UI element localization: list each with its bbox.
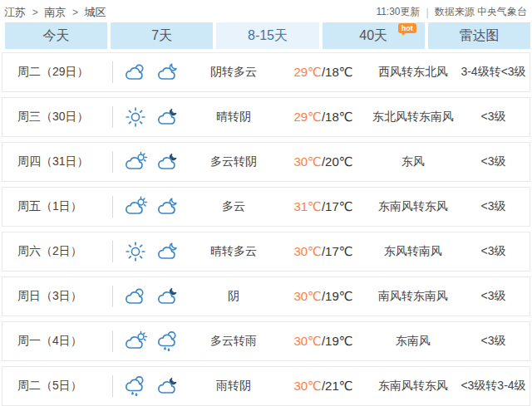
cloud-sun-icon	[123, 330, 148, 352]
temp-high: 31℃	[293, 199, 322, 213]
top-bar: 江苏 > 南京 > 城区 11:30更新 | 数据来源 中央气象台	[0, 0, 532, 22]
forecast-row: 周六（2日） 晴转多云 30℃/17℃ 东风转南风 <3级	[2, 232, 530, 271]
cloud-moon-dark-icon	[155, 375, 180, 397]
weather-icons	[113, 61, 190, 83]
temp-low: 20℃	[325, 154, 353, 169]
tab-40day[interactable]: 40天hot	[323, 22, 425, 49]
day-label: 周一（4日）	[2, 334, 112, 349]
cloud-moon-icon	[155, 241, 180, 262]
temp-high: 30℃	[293, 334, 322, 348]
cloud-rain-icon	[123, 375, 148, 397]
temperature: 30℃/17℃	[278, 244, 369, 259]
weather-icons	[113, 330, 190, 352]
day-label: 周三（30日）	[2, 110, 112, 125]
temp-high: 29℃	[293, 110, 322, 124]
forecast-row: 周三（30日） 晴转阴 29℃/18℃ 东北风转东南风 <3级	[2, 97, 530, 137]
temp-low: 17℃	[325, 199, 353, 213]
wind-level: <3级	[457, 334, 530, 349]
day-label: 周二（29日）	[2, 65, 112, 80]
temp-low: 18℃	[325, 110, 353, 124]
weather-text: 多云转阴	[190, 154, 278, 169]
tab-7day[interactable]: 7天	[111, 22, 213, 49]
wind-level: <3级	[457, 289, 530, 304]
breadcrumb-province[interactable]: 江苏	[4, 6, 26, 18]
wind-level: <3级	[457, 244, 530, 259]
temperature: 30℃/19℃	[278, 289, 369, 304]
day-label: 周六（2日）	[2, 244, 112, 259]
wind-level: <3级	[457, 154, 530, 169]
temp-high: 30℃	[293, 379, 322, 393]
temp-high: 29℃	[293, 65, 322, 79]
breadcrumb-city[interactable]: 南京	[44, 6, 66, 18]
forecast-row: 周二（29日） 阴转多云 29℃/18℃ 西风转东北风 3-4级转<3级	[2, 52, 530, 92]
breadcrumb-separator: >	[72, 7, 78, 18]
data-source-link[interactable]: 数据来源 中央气象台	[435, 5, 527, 19]
update-time: 11:30更新	[376, 5, 420, 19]
breadcrumb-district[interactable]: 城区	[85, 6, 106, 18]
cloud-icon	[123, 61, 148, 83]
tab-today[interactable]: 今天	[5, 22, 107, 49]
temp-low: 21℃	[325, 379, 353, 393]
weather-text: 晴转多云	[190, 244, 278, 259]
update-meta: 11:30更新 | 数据来源 中央气象台	[376, 5, 527, 19]
temperature: 30℃/19℃	[278, 334, 369, 349]
wind-level: <3级转3-4级	[457, 379, 530, 394]
weather-text: 阴	[190, 289, 278, 304]
forecast-tab-bar: 今天 7天 8-15天 40天hot 雷达图	[5, 22, 530, 49]
tab-8-15day[interactable]: 8-15天	[216, 22, 318, 49]
cloud-sun-icon	[123, 196, 148, 218]
sun-icon	[123, 241, 148, 262]
weather-text: 雨转阴	[190, 379, 278, 394]
forecast-row: 周一（4日） 多云转雨 30℃/19℃ 东南风 <3级	[2, 321, 530, 361]
wind-level: <3级	[457, 199, 530, 214]
wind-direction: 东南风转东风	[369, 199, 457, 214]
breadcrumb: 江苏 > 南京 > 城区	[4, 5, 106, 20]
cloud-rain-icon	[155, 330, 180, 352]
sun-icon	[123, 106, 148, 128]
forecast-row: 周二（5日） 雨转阴 30℃/21℃ 东南风转东风 <3级转3-4级	[2, 366, 530, 406]
cloud-moon-dark-icon	[155, 106, 180, 128]
cloud-icon	[123, 286, 148, 307]
weather-text: 多云转雨	[190, 334, 278, 349]
weather-icons	[113, 241, 190, 262]
weather-text: 晴转阴	[190, 110, 278, 125]
meta-divider: |	[426, 7, 429, 18]
temperature: 31℃/17℃	[278, 199, 369, 214]
forecast-row: 周日（3日） 阴 30℃/19℃ 南风转东南风 <3级	[2, 276, 530, 316]
temp-low: 18℃	[325, 65, 353, 79]
weather-icons	[113, 196, 190, 218]
cloud-moon-icon	[155, 196, 180, 218]
wind-direction: 东北风转东南风	[369, 110, 457, 125]
wind-direction: 南风转东南风	[369, 289, 457, 304]
forecast-row: 周四（31日） 多云转阴 30℃/20℃ 东风 <3级	[2, 142, 530, 182]
wind-direction: 东南风转东风	[369, 379, 457, 394]
breadcrumb-separator: >	[32, 7, 38, 18]
forecast-table: 周二（29日） 阴转多云 29℃/18℃ 西风转东北风 3-4级转<3级 周三（…	[0, 52, 532, 406]
weather-text: 多云	[190, 199, 278, 214]
weather-icons	[113, 106, 190, 128]
temperature: 30℃/20℃	[278, 154, 369, 169]
temp-high: 30℃	[293, 154, 322, 169]
weather-icons	[113, 375, 190, 397]
temp-low: 17℃	[325, 244, 353, 258]
cloud-moon-icon	[155, 61, 180, 83]
temperature: 29℃/18℃	[278, 65, 369, 80]
wind-level: <3级	[457, 110, 530, 125]
cloud-moon-dark-icon	[155, 286, 180, 307]
wind-level: 3-4级转<3级	[457, 65, 530, 80]
day-label: 周四（31日）	[2, 154, 112, 169]
temp-low: 19℃	[325, 289, 353, 303]
day-label: 周五（1日）	[2, 199, 112, 214]
weather-icons	[113, 151, 190, 173]
temperature: 30℃/21℃	[278, 379, 369, 394]
cloud-moon-dark-icon	[155, 151, 180, 173]
day-label: 周二（5日）	[2, 379, 112, 394]
wind-direction: 西风转东北风	[369, 65, 457, 80]
tab-radar[interactable]: 雷达图	[428, 22, 530, 49]
temperature: 29℃/18℃	[278, 110, 369, 125]
temp-low: 19℃	[325, 334, 353, 348]
cloud-sun-icon	[123, 151, 148, 173]
weather-text: 阴转多云	[190, 65, 278, 80]
hot-badge: hot	[398, 23, 416, 33]
wind-direction: 东风转南风	[369, 244, 457, 259]
